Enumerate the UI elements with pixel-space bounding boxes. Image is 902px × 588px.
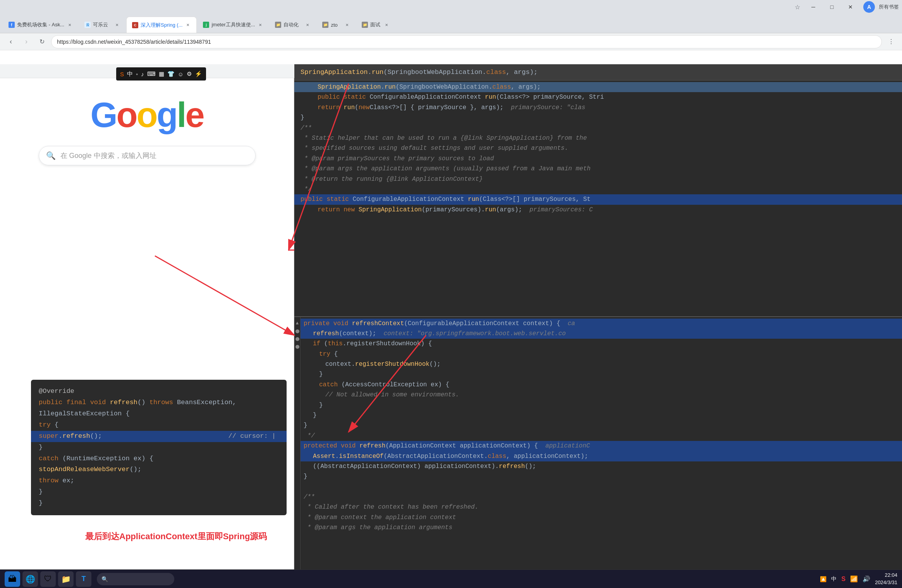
taskbar-files-btn[interactable]: 🛡 <box>40 571 56 587</box>
tab1-close[interactable]: ✕ <box>67 22 73 28</box>
header-code: SpringApplication.run(SpringbootWebAppli… <box>301 69 538 76</box>
logo-o1: o <box>116 96 136 134</box>
tab-2[interactable]: 云 可乐云 ✕ <box>79 17 125 33</box>
ime-lang-icon[interactable]: S <box>120 71 124 77</box>
ime-emoji[interactable]: ☺ <box>178 71 184 77</box>
taskbar-chrome-btn[interactable]: 🌐 <box>22 571 38 587</box>
scroll-arrow-1[interactable]: ▲ <box>295 320 300 326</box>
tab6-close[interactable]: ✕ <box>344 22 350 28</box>
all-bookmarks-link[interactable]: 所有书签 <box>879 3 899 10</box>
code-line-10: } <box>39 498 279 509</box>
breakpoint-3[interactable] <box>296 345 299 349</box>
ime-grid[interactable]: ▦ <box>159 70 164 77</box>
bookmark-icon[interactable]: ☆ <box>791 2 804 12</box>
code-rt-8: * @param primarySources the primary sour… <box>294 154 902 164</box>
code-rb-15: ((AbstractApplicationContext) applicatio… <box>301 461 902 471</box>
code-rt-5: /** <box>294 123 902 133</box>
taskbar-typora-btn[interactable]: T <box>76 571 91 587</box>
code-rt-10: * @return the running {@link Application… <box>294 174 902 184</box>
tab1-favicon: f <box>9 22 15 28</box>
search-placeholder-text: 在 Google 中搜索，或输入网址 <box>60 151 156 160</box>
right-bottom-code: private void refreshContext(Configurable… <box>294 317 902 535</box>
split-view: S 中 • ♪ ⌨ ▦ 👕 ☺ ⚙ ⚡ Google 🔍 <box>0 64 902 569</box>
code-rb-18: /** <box>301 492 902 502</box>
tab6-favicon: 📁 <box>322 22 328 28</box>
chrome-topbar: ☆ ─ □ ✕ A 所有书签 <box>0 0 902 14</box>
tray-arrow-up[interactable]: 🔼 <box>820 576 826 582</box>
tab4-close[interactable]: ✕ <box>257 22 263 28</box>
logo-g: G <box>90 96 116 134</box>
code-rb-10: } <box>301 410 902 420</box>
search-icon: 🔍 <box>46 151 56 160</box>
tab5-close[interactable]: ✕ <box>304 22 311 28</box>
tab5-favicon: 📁 <box>275 22 281 28</box>
tray-volume-icon[interactable]: 🔊 <box>862 575 870 583</box>
tab7-close[interactable]: ✕ <box>383 22 390 28</box>
taskbar-start-btn[interactable]: 🏔 <box>5 571 20 587</box>
address-text: https://blog.csdn.net/weixin_45378258/ar… <box>57 39 211 45</box>
ime-dot: • <box>136 71 138 77</box>
search-bar[interactable]: 🔍 在 Google 中搜索，或输入网址 <box>39 146 256 165</box>
chinese-annotation: 最后到达ApplicationContext里面即Spring源码 <box>85 531 267 542</box>
refresh-btn[interactable]: ↻ <box>36 36 48 48</box>
tab3-close[interactable]: ✕ <box>185 22 191 28</box>
tab5-label: 自动化 <box>283 21 299 28</box>
code-rb-12: */ <box>301 431 902 441</box>
logo-e: e <box>185 96 203 134</box>
time-value: 22:04 <box>875 572 897 579</box>
ime-mic[interactable]: ♪ <box>141 71 144 77</box>
tab-1[interactable]: f 免费机场收集 - Ask... ✕ <box>3 17 78 33</box>
tab-bar: f 免费机场收集 - Ask... ✕ 云 可乐云 ✕ C 深入理解Spring… <box>0 14 902 33</box>
tab-3-active[interactable]: C 深入理解Spring (... ✕ <box>126 17 197 33</box>
back-btn[interactable]: ‹ <box>5 36 17 48</box>
logo-g2: g <box>156 96 177 134</box>
code-line-3: try { <box>39 420 279 431</box>
code-rt-11: */ <box>294 184 902 194</box>
tab3-favicon: C <box>132 22 138 28</box>
ime-keyboard[interactable]: ⌨ <box>147 70 156 77</box>
tab-7[interactable]: 📁 面试 ✕ <box>356 17 395 33</box>
profile-avatar[interactable]: A <box>863 1 875 13</box>
window-close-btn[interactable]: ✕ <box>842 1 859 13</box>
ime-bolt[interactable]: ⚡ <box>195 70 202 77</box>
code-line-8: throw ex; <box>39 475 279 487</box>
tab4-label: jmeter工具快速使... <box>211 21 255 28</box>
browser-window: ☆ ─ □ ✕ A 所有书签 f 免费机场收集 - Ask... ✕ 云 可乐云… <box>0 0 902 588</box>
tray-sougou-icon[interactable]: S <box>841 576 845 583</box>
code-rb-7: catch (AccessControlException ex) { <box>301 380 902 390</box>
taskbar-search-icon: 🔍 <box>101 576 108 582</box>
window-maximize-btn[interactable]: □ <box>823 1 841 13</box>
right-panel: SpringApplication.run(SpringbootWebAppli… <box>294 64 902 569</box>
tab2-close[interactable]: ✕ <box>114 22 120 28</box>
ime-chinese[interactable]: 中 <box>127 70 133 78</box>
address-bar[interactable]: https://blog.csdn.net/weixin_45378258/ar… <box>51 35 882 48</box>
code-rt-12: public static ConfigurableApplicationCon… <box>294 194 902 204</box>
tab7-label: 面试 <box>370 21 380 28</box>
breakpoint-1[interactable] <box>296 329 299 333</box>
tab-6[interactable]: 📁 zto ✕ <box>317 17 356 33</box>
extensions-btn[interactable]: ⋮ <box>885 36 897 48</box>
code-line-9: } <box>39 487 279 498</box>
ime-toolbar: S 中 • ♪ ⌨ ▦ 👕 ☺ ⚙ ⚡ <box>116 67 206 81</box>
code-rb-14: Assert.isInstanceOf(AbstractApplicationC… <box>301 451 902 461</box>
code-rb-17 <box>301 482 902 492</box>
window-minimize-btn[interactable]: ─ <box>804 1 822 13</box>
forward-btn[interactable]: › <box>20 36 33 48</box>
code-rb-20: * @param context the application context <box>301 513 902 523</box>
logo-l: l <box>177 96 185 134</box>
tab2-favicon: 云 <box>84 22 91 28</box>
tab-4[interactable]: j jmeter工具快速使... ✕ <box>198 17 269 33</box>
tab7-favicon: 📁 <box>362 22 368 28</box>
tab-5[interactable]: 📁 自动化 ✕ <box>270 17 316 33</box>
taskbar-explorer-btn[interactable]: 📁 <box>58 571 74 587</box>
system-tray: 🔼 中 S 📶 🔊 22:04 2024/3/31 <box>820 572 897 586</box>
tray-ime-indicator[interactable]: 中 <box>831 576 837 583</box>
tray-wifi-icon[interactable]: 📶 <box>850 575 858 583</box>
breakpoint-2[interactable] <box>296 337 299 341</box>
ime-shirt[interactable]: 👕 <box>167 70 175 77</box>
taskbar-search[interactable]: 🔍 <box>97 573 174 585</box>
code-rb-19: * Called after the context has been refr… <box>301 502 902 512</box>
ime-tools[interactable]: ⚙ <box>187 70 192 77</box>
code-rb-2: refresh(context); context: "org.springfr… <box>301 329 902 339</box>
tab6-label: zto <box>331 22 337 28</box>
